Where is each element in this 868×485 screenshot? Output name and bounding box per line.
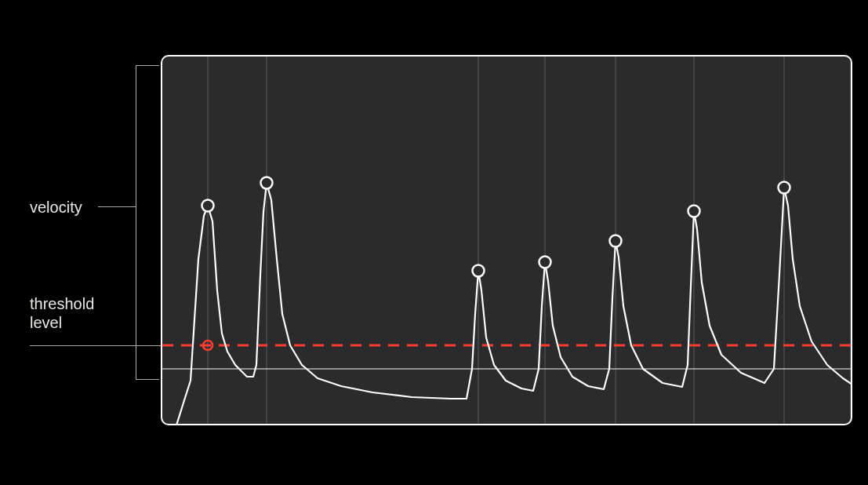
svg-point-15 bbox=[688, 206, 700, 217]
bracket-velocity-leader bbox=[98, 206, 136, 207]
velocity-label: velocity bbox=[30, 198, 82, 217]
svg-point-16 bbox=[779, 182, 790, 194]
svg-point-12 bbox=[473, 265, 485, 277]
bracket-velocity-vertical bbox=[136, 65, 136, 379]
svg-point-14 bbox=[610, 235, 622, 247]
threshold-label: threshold level bbox=[30, 294, 94, 332]
bracket-velocity-bottom bbox=[136, 379, 159, 380]
svg-point-10 bbox=[202, 200, 214, 212]
svg-point-13 bbox=[539, 257, 551, 268]
svg-point-11 bbox=[261, 177, 273, 189]
threshold-leader-line bbox=[30, 345, 165, 346]
bracket-velocity-top bbox=[136, 65, 159, 66]
chart-panel bbox=[161, 55, 852, 425]
velocity-chart bbox=[162, 57, 851, 424]
